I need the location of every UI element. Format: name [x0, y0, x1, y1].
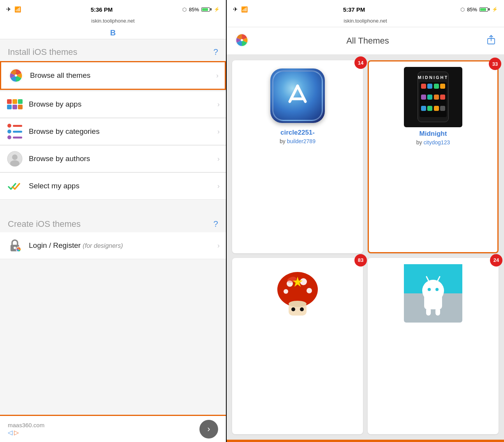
browse-apps-chevron: › [217, 100, 220, 109]
browse-all-themes-item[interactable]: Browse all themes › [0, 61, 226, 90]
ad-text: maas360.com [8, 422, 44, 428]
theme-card-android[interactable]: 24 [368, 258, 499, 435]
next-arrow-icon[interactable]: ▷ [14, 429, 19, 436]
browse-all-label: Browse all themes [30, 71, 216, 80]
left-url: iskin.tooliphone.net [91, 18, 134, 24]
pinwheel-icon [7, 67, 25, 84]
svg-rect-30 [424, 295, 442, 309]
right-airplane-icon: ✈ [233, 6, 238, 13]
right-battery-icon [479, 7, 490, 12]
theme-image-circle2251 [268, 67, 327, 125]
create-section-title: Create iOS themes [8, 219, 81, 229]
wifi-icon: 📶 [14, 6, 21, 12]
svg-rect-35 [426, 308, 431, 316]
browse-authors-chevron: › [217, 155, 220, 163]
midnight-phone: MIDNIGHT [418, 72, 449, 122]
login-register-item[interactable]: Login / Register (for designers) › [0, 232, 226, 259]
select-apps-chevron: › [217, 182, 220, 190]
svg-point-18 [307, 288, 312, 293]
svg-point-6 [14, 247, 16, 249]
theme-badge-mushroom: 83 [354, 254, 367, 267]
themes-grid: 14 circle2251- by builder2789 [227, 55, 504, 440]
app-store-icon [270, 68, 325, 123]
install-section-header: Install iOS themes ? [0, 39, 226, 60]
right-charging-icon: ⚡ [492, 7, 498, 12]
browse-all-chevron: › [216, 72, 219, 80]
right-url-bar: iskin.tooliphone.net [227, 17, 504, 27]
theme-image-mushroom [268, 264, 327, 323]
left-url-bar: iskin.tooliphone.net [0, 17, 226, 27]
select-apps-label: Select my apps [29, 182, 217, 190]
create-section-header: Create iOS themes ? [0, 211, 226, 232]
login-chevron: › [217, 242, 220, 250]
lock-icon [6, 237, 23, 254]
install-help-button[interactable]: ? [213, 47, 218, 57]
theme-author-midnight: by citydog123 [416, 139, 450, 146]
svg-point-23 [291, 307, 295, 311]
theme-badge-circle2251: 14 [354, 56, 367, 69]
left-status-right: ⬡ 85% ⚡ [182, 7, 220, 12]
select-my-apps-item[interactable]: Select my apps › [0, 173, 226, 200]
svg-point-9 [241, 39, 243, 41]
theme-card-midnight[interactable]: 33 MIDNIGHT [368, 60, 499, 253]
svg-point-19 [284, 289, 288, 294]
left-panel: ✈ 📶 5:36 PM ⬡ 85% ⚡ iskin.tooliphone.net… [0, 0, 227, 442]
svg-point-34 [435, 288, 439, 291]
svg-point-1 [15, 74, 17, 77]
ad-forward-button[interactable]: › [199, 420, 218, 438]
theme-name-circle2251: circle2251- [280, 129, 315, 137]
app-store-inner [272, 70, 323, 121]
right-wifi-icon: 📶 [241, 6, 248, 12]
create-help-button[interactable]: ? [213, 219, 218, 229]
right-bluetooth-icon: ⬡ [460, 7, 465, 12]
right-bottom-bar [227, 440, 504, 442]
prev-arrow-icon[interactable]: ◁ [8, 429, 12, 436]
battery-percentage: 85% [189, 7, 199, 12]
midnight-text: MIDNIGHT [418, 75, 448, 80]
right-panel: ✈ 📶 5:37 PM ⬡ 85% ⚡ iskin.tooliphone.net [227, 0, 504, 442]
svg-rect-36 [435, 308, 440, 316]
mushroom-icon [272, 268, 323, 319]
checkmarks-icon [6, 177, 23, 195]
ad-navigation-arrows[interactable]: ◁ ▷ [8, 429, 44, 436]
theme-name-midnight: Midnight [419, 130, 447, 138]
midnight-screen [419, 82, 447, 117]
bluetooth-icon: ⬡ [182, 7, 187, 12]
svg-point-4 [10, 160, 19, 167]
share-button[interactable] [486, 35, 496, 47]
browse-by-authors-item[interactable]: Browse by authors › [0, 146, 226, 172]
right-header: All Themes [227, 27, 504, 55]
left-content: Install iOS themes ? Browse all themes [0, 39, 226, 442]
browse-categories-chevron: › [217, 128, 220, 136]
theme-badge-android: 24 [490, 254, 502, 267]
ad-content: maas360.com ◁ ▷ [8, 422, 44, 436]
install-section-title: Install iOS themes [8, 47, 78, 57]
midnight-mockup: MIDNIGHT [404, 67, 462, 127]
author-avatar-icon [6, 150, 23, 167]
left-status-icons: ✈ 📶 [6, 6, 21, 13]
login-label: Login / Register (for designers) [29, 241, 217, 250]
left-time: 5:36 PM [91, 6, 113, 13]
theme-image-android [404, 264, 462, 323]
theme-card-mushroom[interactable]: 83 [232, 258, 363, 435]
forward-chevron-icon: › [207, 424, 210, 434]
browse-apps-label: Browse by apps [29, 100, 217, 109]
all-themes-title: All Themes [346, 36, 389, 46]
browse-by-apps-item[interactable]: Browse by apps › [0, 91, 226, 118]
svg-point-3 [12, 154, 18, 160]
theme-badge-midnight: 33 [489, 58, 501, 70]
right-logo [234, 33, 249, 49]
browse-by-categories-item[interactable]: Browse by categories › [0, 118, 226, 145]
battery-icon [201, 7, 211, 12]
theme-card-circle2251[interactable]: 14 circle2251- by builder2789 [232, 60, 363, 253]
theme-image-midnight: MIDNIGHT [404, 68, 462, 126]
svg-point-22 [289, 301, 307, 307]
browse-categories-label: Browse by categories [29, 127, 217, 136]
charging-icon: ⚡ [214, 7, 220, 12]
apps-grid-icon [6, 96, 23, 113]
svg-point-33 [428, 288, 431, 291]
right-url: iskin.tooliphone.net [344, 18, 387, 24]
right-status-right: ⬡ 85% ⚡ [460, 7, 498, 12]
android-icon [404, 264, 462, 323]
right-status-left: ✈ 📶 [233, 6, 248, 13]
